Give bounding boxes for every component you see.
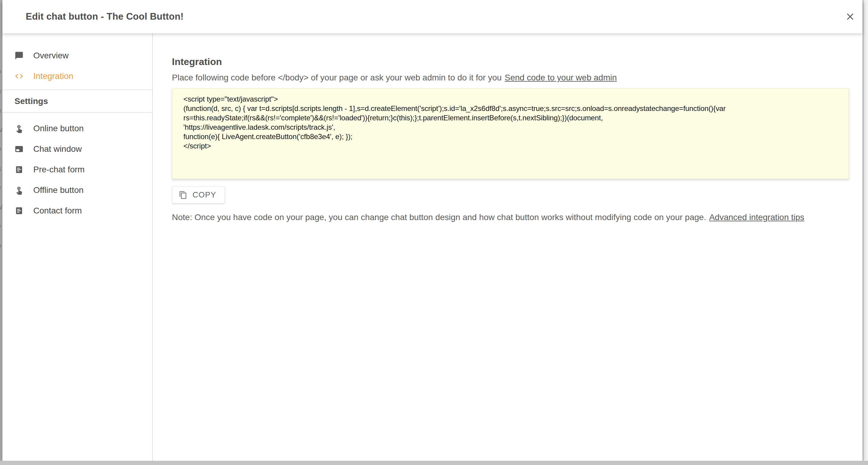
close-button[interactable] <box>843 10 857 24</box>
copy-button-label: COPY <box>192 190 216 200</box>
sidebar-item-pre-chat-form[interactable]: Pre-chat form <box>2 159 152 180</box>
sidebar-item-label: Overview <box>33 51 69 61</box>
touch-app-icon <box>14 186 24 195</box>
sidebar-item-offline-button[interactable]: Offline button <box>2 180 152 200</box>
integration-code-block[interactable]: <script type="text/javascript"> (functio… <box>172 88 849 179</box>
note-text: Note: Once you have code on your page, y… <box>172 212 854 223</box>
instruction-text: Place following code before </body> of y… <box>172 72 854 83</box>
sidebar-item-label: Integration <box>33 71 73 81</box>
instruction-label: Place following code before </body> of y… <box>172 73 502 82</box>
sidebar-item-online-button[interactable]: Online button <box>2 118 152 139</box>
sidebar-item-chat-window[interactable]: Chat window <box>2 139 152 159</box>
advanced-integration-tips-link[interactable]: Advanced integration tips <box>709 212 804 222</box>
dialog-body: Overview Integration Settings Online <box>2 33 863 461</box>
chat-window-icon <box>14 144 24 154</box>
sidebar-settings-group: Online button Chat window Pre-chat form <box>2 113 152 221</box>
settings-section-heading: Settings <box>2 90 152 112</box>
code-line: </script> <box>183 141 841 151</box>
sidebar-item-integration[interactable]: Integration <box>2 66 152 87</box>
page-behind-bottom-edge <box>0 461 868 465</box>
sidebar-item-label: Chat window <box>33 144 82 154</box>
clipped-background-text: ronhwoaeweb <box>0 42 2 255</box>
sidebar-item-label: Offline button <box>33 185 84 195</box>
page-behind-left-edge: ronhwoaeweb <box>0 0 2 465</box>
sidebar-nav-group: Overview Integration <box>2 45 152 90</box>
dialog-title: Edit chat button - The Cool Button! <box>26 11 184 22</box>
copy-button[interactable]: COPY <box>172 186 225 203</box>
form-icon <box>14 206 24 215</box>
sidebar-item-contact-form[interactable]: Contact form <box>2 200 152 221</box>
integration-panel: Integration Place following code before … <box>153 33 863 461</box>
code-line: function(e){ LiveAgent.createButton('cfb… <box>183 132 841 141</box>
code-line: rs=this.readyState;if(rs&&(rs!='complete… <box>183 113 841 123</box>
send-code-link[interactable]: Send code to your web admin <box>505 73 617 82</box>
form-icon <box>14 165 24 174</box>
sidebar-item-label: Online button <box>33 124 84 133</box>
code-line: 'https://liveagentlive.ladesk.com/script… <box>183 123 841 132</box>
chat-bubble-icon <box>14 51 24 60</box>
edit-chat-button-dialog: Edit chat button - The Cool Button! Over… <box>2 0 863 461</box>
copy-icon <box>179 191 187 199</box>
sidebar: Overview Integration Settings Online <box>2 33 153 461</box>
touch-app-icon <box>14 124 24 133</box>
code-icon <box>14 72 24 81</box>
code-line: (function(d, src, c) { var t=d.scripts[d… <box>183 104 841 113</box>
sidebar-item-label: Contact form <box>33 206 82 215</box>
code-line: <script type="text/javascript"> <box>183 94 841 104</box>
dialog-header: Edit chat button - The Cool Button! <box>2 0 863 33</box>
close-icon <box>845 11 856 22</box>
sidebar-item-label: Pre-chat form <box>33 165 85 174</box>
note-label: Note: Once you have code on your page, y… <box>172 212 706 222</box>
page-behind-right-edge <box>863 0 868 465</box>
sidebar-item-overview[interactable]: Overview <box>2 45 152 66</box>
panel-heading: Integration <box>172 56 854 67</box>
